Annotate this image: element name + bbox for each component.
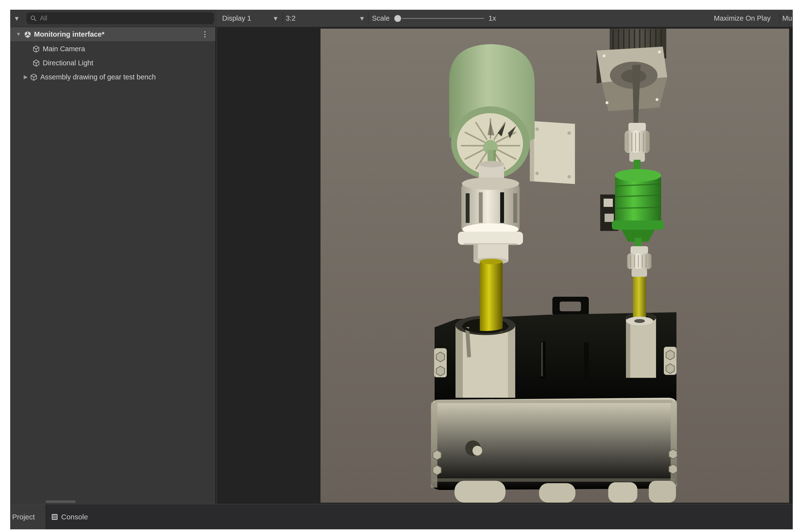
maximize-on-play-button[interactable]: Maximize On Play (714, 10, 771, 27)
game-view-panel (217, 27, 793, 504)
tab-label: Project (12, 513, 35, 521)
hierarchy-item-main-camera[interactable]: Main Camera (10, 42, 215, 56)
hierarchy-item-label: Main Camera (43, 45, 85, 53)
console-icon (51, 513, 58, 520)
tab-project[interactable]: Project (10, 504, 45, 529)
scene-row-monitoring-interface[interactable]: ▼ Monitoring interface* ⋮ (10, 27, 215, 41)
toolbar-divider (283, 12, 283, 24)
bottom-tab-bar: Project Console (10, 504, 793, 529)
scale-label: Scale (372, 10, 390, 27)
display-selector[interactable]: Display 1 (222, 10, 251, 27)
gameobject-cube-icon (33, 59, 40, 66)
aspect-ratio-selector[interactable]: 3:2 (286, 10, 295, 27)
scale-slider-knob[interactable] (394, 15, 401, 22)
hierarchy-item-label: Directional Light (43, 59, 93, 67)
search-input[interactable] (39, 14, 210, 22)
hierarchy-panel: ▼ Monitoring interface* ⋮ Main Camera Di… (10, 27, 216, 504)
tab-console[interactable]: Console (51, 504, 88, 529)
input-shaft-yellow (480, 261, 502, 332)
aspect-ratio-caret-icon[interactable]: ▼ (359, 10, 365, 27)
scene-foldout-caret-icon[interactable]: ▼ (15, 31, 22, 37)
mute-audio-button[interactable]: Mu (782, 10, 792, 27)
gameobject-cube-icon (30, 73, 37, 81)
search-icon (30, 15, 36, 22)
load-device-body (615, 174, 661, 226)
scene-name-label: Monitoring interface* (34, 30, 104, 38)
horizontal-scrollbar-thumb[interactable] (45, 500, 76, 503)
scale-value: 1x (489, 10, 496, 27)
output-shaft-yellow (633, 277, 646, 322)
tab-label: Console (61, 513, 88, 521)
toolbar-divider (779, 12, 780, 24)
unity-scene-icon (24, 30, 32, 38)
display-caret-icon[interactable]: ▼ (272, 10, 279, 27)
hierarchy-dropdown-caret-icon[interactable]: ▼ (14, 10, 20, 27)
toolbar-divider (368, 12, 368, 24)
kebab-menu-icon[interactable]: ⋮ (201, 27, 209, 41)
right-bearing-housing (626, 317, 656, 378)
gameobject-cube-icon (33, 45, 40, 53)
foldout-caret-icon[interactable]: ▶ (22, 74, 29, 80)
hierarchy-item-label: Assembly drawing of gear test bench (40, 73, 156, 81)
game-viewport-render[interactable] (321, 28, 789, 502)
hierarchy-item-assembly-drawing[interactable]: ▶ Assembly drawing of gear test bench (10, 70, 215, 84)
hierarchy-search-box[interactable] (26, 12, 214, 24)
hierarchy-item-directional-light[interactable]: Directional Light (10, 56, 215, 70)
scale-slider-track[interactable] (402, 18, 484, 19)
unity-editor-window: ▼ Display 1 ▼ 3:2 ▼ Scale 1x Maximize On… (10, 10, 793, 529)
left-bearing-housing (456, 324, 515, 398)
game-view-toolbar: Display 1 ▼ 3:2 ▼ Scale 1x Maximize On P… (217, 10, 793, 27)
hierarchy-toolbar: ▼ (10, 10, 216, 27)
